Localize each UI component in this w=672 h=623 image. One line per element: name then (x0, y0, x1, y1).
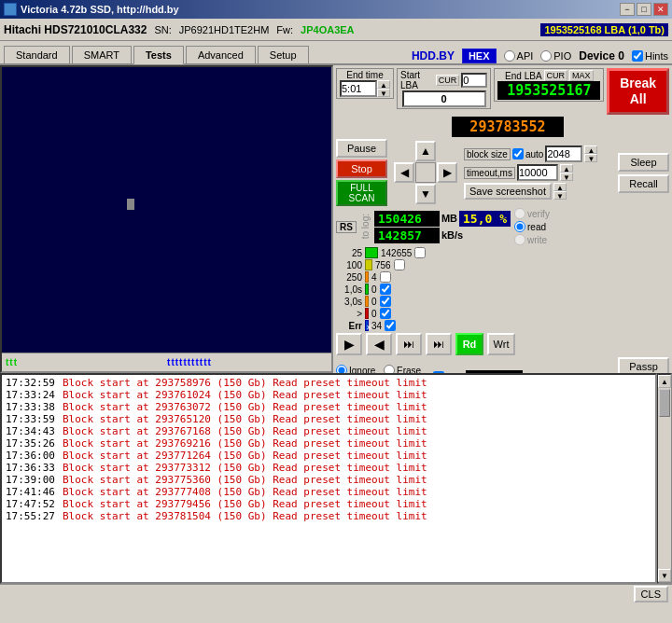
end-time-up[interactable]: ▲ (377, 80, 390, 89)
hex-button[interactable]: HEX (462, 48, 497, 63)
write-radio-row[interactable]: write (514, 234, 550, 245)
read-radio[interactable] (514, 221, 525, 232)
hdd-by-link[interactable]: HDD.BY (412, 49, 455, 62)
tab-bar: Standard SMART Tests Advanced Setup HDD.… (0, 41, 672, 65)
end-lba-max-btn[interactable]: MAX (569, 70, 594, 81)
screenshot-up[interactable]: ▲ (553, 183, 567, 191)
main-area: t t t t t t t t t t t t t t (0, 65, 672, 602)
start-lba-input[interactable] (402, 90, 486, 107)
step-fwd-button[interactable]: ⏭ (396, 333, 422, 355)
log-text: Block start at 293761024 (150 Gb) Read p… (63, 389, 427, 401)
pause-button[interactable]: Pause (336, 139, 387, 158)
arrow-down[interactable]: ▼ (415, 184, 436, 204)
end-time-down[interactable]: ▼ (377, 89, 390, 97)
drive-model: Hitachi HDS721010CLA332 (4, 23, 147, 36)
log-text: Block start at 293769216 (150 Gb) Read p… (63, 437, 427, 450)
log-area[interactable]: 17:32:59Block start at 293758976 (150 Gb… (0, 373, 657, 584)
log-text: Block start at 293775360 (150 Gb) Read p… (63, 474, 427, 486)
direction-arrows: ▲ ◀ ▶ ▼ (394, 141, 457, 204)
log-line: 17:35:26Block start at 293769216 (150 Gb… (6, 437, 651, 450)
pio-radio-item[interactable]: PIO (540, 50, 571, 62)
end-lba-cur-btn[interactable]: CUR (544, 70, 568, 81)
log-scrollbar[interactable]: ▲ ▼ (657, 373, 672, 584)
maximize-button[interactable]: □ (637, 3, 651, 16)
legend-250-cb[interactable] (380, 271, 391, 283)
legend-err-cb[interactable] (385, 320, 396, 331)
sleep-button[interactable]: Sleep (618, 153, 669, 172)
device-label: Device 0 (579, 49, 624, 62)
hints-checkbox-group: Hints (632, 50, 668, 62)
scan-area: t t t t t t t t t t t t t t (0, 65, 333, 373)
end-time-spinners: ▲ ▼ (377, 80, 390, 97)
t-chars: t t t t t t t t t t t (167, 357, 211, 367)
rs-label: RS (336, 221, 357, 233)
legend-25-cb[interactable] (414, 247, 426, 258)
scroll-down-btn[interactable]: ▼ (658, 569, 671, 582)
timeout-input[interactable] (517, 164, 558, 181)
full-scan-button[interactable]: FULL SCAN (336, 180, 387, 206)
break-all-button[interactable]: Break All (607, 68, 669, 115)
legend-100-cb[interactable] (394, 259, 405, 270)
minimize-button[interactable]: − (620, 3, 635, 16)
arrow-up[interactable]: ▲ (415, 141, 436, 161)
rd-button[interactable]: Rd (455, 333, 483, 355)
tab-advanced[interactable]: Advanced (186, 46, 256, 63)
arrow-left[interactable]: ◀ (394, 162, 414, 183)
block-size-input[interactable] (545, 145, 582, 162)
close-button[interactable]: ✕ (653, 3, 668, 16)
verify-radio[interactable] (514, 208, 525, 219)
arrow-right[interactable]: ▶ (437, 162, 457, 183)
block-size-down[interactable]: ▼ (584, 154, 597, 162)
pct-display: 15,0 % (459, 211, 511, 227)
log-text: Block start at 293767168 (150 Gb) Read p… (63, 425, 427, 437)
screenshot-down[interactable]: ▼ (553, 191, 567, 200)
legend-3s-cb[interactable] (380, 296, 391, 307)
recall-button[interactable]: Recall (618, 174, 669, 193)
tab-tests[interactable]: Tests (133, 46, 184, 64)
tab-standard[interactable]: Standard (4, 46, 70, 63)
rewind-button[interactable]: ◀ (366, 333, 392, 355)
drive-serial: JP6921HD1TE2HM (179, 24, 270, 35)
read-radio-row[interactable]: read (514, 221, 550, 232)
scroll-thumb[interactable] (659, 389, 670, 417)
api-radio[interactable] (504, 50, 515, 62)
log-line: 17:33:38Block start at 293763072 (150 Gb… (6, 401, 651, 413)
end-time-input[interactable] (340, 80, 377, 97)
screenshot-button[interactable]: Save screenshot (464, 183, 552, 200)
block-auto-label: auto (525, 149, 543, 159)
pio-radio[interactable] (540, 50, 552, 62)
wrt-button[interactable]: Wrt (487, 333, 515, 355)
timeout-down[interactable]: ▼ (560, 173, 573, 181)
log-time: 17:33:38 (6, 401, 55, 413)
legend-gt-cb[interactable] (380, 308, 391, 319)
legend-gt-bar (365, 308, 369, 319)
fw-label: Fw: (276, 24, 293, 35)
block-auto-checkbox[interactable] (512, 148, 524, 159)
scroll-up-btn[interactable]: ▲ (658, 375, 671, 388)
legend-100-label: 100 (336, 260, 362, 270)
legend-1s-cb[interactable] (380, 284, 391, 295)
tab-setup[interactable]: Setup (258, 46, 309, 63)
legend-250-label: 250 (336, 272, 362, 283)
write-radio[interactable] (514, 234, 525, 245)
stop-button[interactable]: Stop (336, 159, 387, 178)
fast-fwd-button[interactable]: ⏭ (426, 333, 452, 355)
cls-button[interactable]: CLS (634, 586, 668, 602)
hints-checkbox[interactable] (632, 50, 643, 62)
block-size-up[interactable]: ▲ (584, 145, 597, 154)
start-lba-cur-btn[interactable]: CUR (436, 75, 460, 86)
api-radio-item[interactable]: API (504, 50, 534, 62)
end-lba-display: 1953525167 (497, 81, 600, 100)
timeout-up[interactable]: ▲ (560, 164, 573, 173)
drive-firmware: JP4OA3EA (301, 24, 354, 35)
play-button[interactable]: ▶ (336, 333, 362, 355)
log-time: 17:47:52 (6, 498, 55, 510)
start-lba-extra[interactable] (461, 73, 487, 88)
legend-3s: 3,0s 0 (336, 296, 669, 307)
verify-radio-row[interactable]: verify (514, 208, 550, 219)
legend-100: 100 756 (336, 259, 669, 270)
window-controls: − □ ✕ (620, 3, 668, 16)
legend-err-value: 34 (371, 321, 382, 331)
log-time: 17:55:27 (6, 510, 55, 522)
tab-smart[interactable]: SMART (72, 46, 132, 63)
